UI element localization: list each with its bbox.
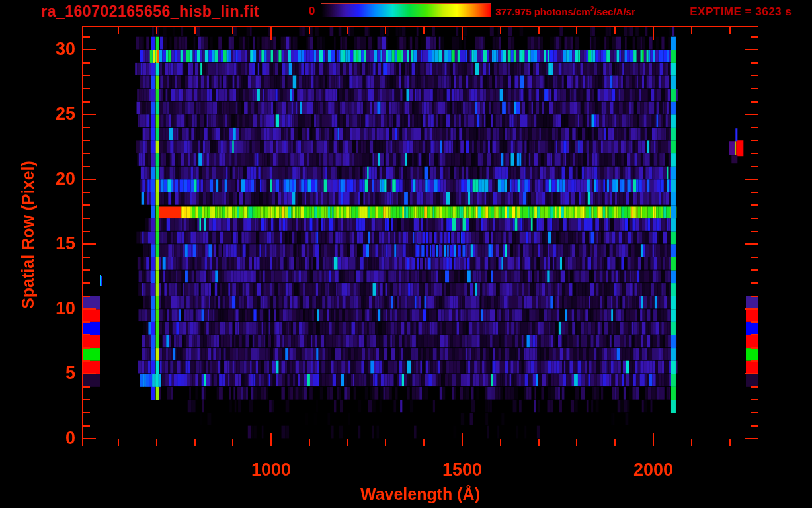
- x-axis-title: Wavelength (Å): [82, 485, 758, 504]
- x-tick-label: 1500: [429, 460, 495, 480]
- y-tick-label: 25: [22, 104, 75, 124]
- y-tick-label: 5: [22, 363, 75, 384]
- spectrogram-window: ra_160702165656_hisb_lin.fit 0 377.975 p…: [0, 0, 812, 508]
- y-tick-label: 30: [22, 39, 75, 60]
- file-title: ra_160702165656_hisb_lin.fit: [41, 3, 259, 21]
- y-axis-title: Spatial Row (Pixel): [19, 161, 38, 309]
- colorbar-max-value: 377.975 photons/cm: [495, 6, 590, 17]
- colorbar-gradient: [321, 3, 491, 17]
- x-tick-label: 1000: [238, 460, 304, 480]
- spectrogram-heatmap: [83, 27, 758, 446]
- exptime-label: EXPTIME = 3623 s: [690, 5, 792, 19]
- y-tick-label: 0: [22, 428, 75, 448]
- colorbar-max-label: 377.975 photons/cm2/sec/A/sr: [495, 5, 635, 17]
- colorbar-max-units: /sec/A/sr: [594, 6, 635, 17]
- colorbar-min-label: 0: [295, 5, 315, 18]
- x-tick-label: 2000: [620, 460, 686, 480]
